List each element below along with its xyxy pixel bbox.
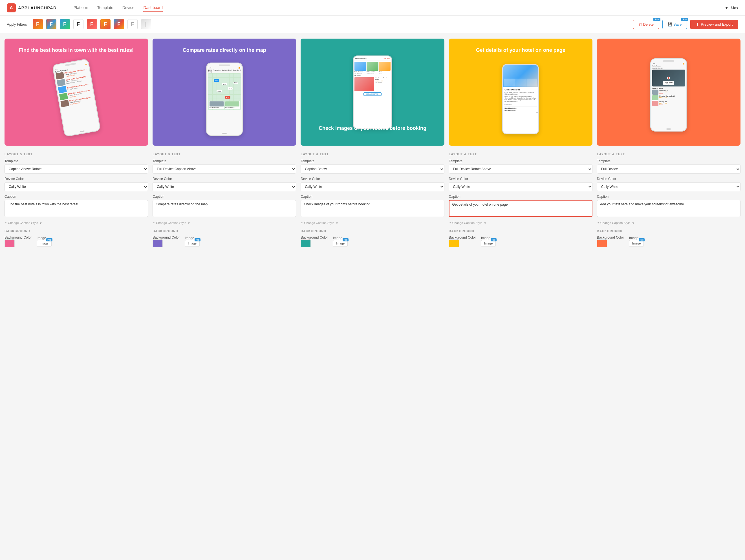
bg-image-btn-1[interactable]: Image Pro [37,240,52,247]
layout-text-label-1: LAYOUT & TEXT [4,152,148,156]
caption-group-4: Caption Get details of your hotel on one… [449,195,592,218]
filter-icon-9[interactable]: | [141,19,151,29]
device-color-select-4[interactable]: Cally White [449,182,592,191]
bg-color-box-4[interactable] [449,239,459,247]
device-color-select-3[interactable]: Cally White [301,182,444,191]
bg-image-pro-4: Pro [491,238,496,241]
bg-color-area-5: Background Color [597,236,624,247]
logo-icon: A [7,3,16,12]
detail-content-4: Clerkenwell One Cyrus Street, Islington,… [503,87,538,113]
bg-image-btn-5[interactable]: Image Pro [629,240,644,247]
change-caption-style-4[interactable]: ✦ Change Caption Style ▼ [449,221,592,225]
template-label-5: Template [597,159,741,163]
caption-label-2: Caption [153,195,296,199]
map-pin-5: $1500 [217,90,222,93]
delete-button[interactable]: 🗑 Delete Pro [633,20,659,29]
device-color-group-4: Device Color Cally White [449,177,592,191]
device-color-label-4: Device Color [449,177,592,181]
bg-row-1: Background Color Image Image Pro [4,236,148,247]
preview-caption-3: Check images of your rooms before bookin… [301,125,444,132]
device-color-select-5[interactable]: Cally White [597,182,741,191]
save-button[interactable]: 💾 Save Pro [662,20,687,29]
device-color-label-3: Device Color [301,177,444,181]
template-label-1: Template [4,159,148,163]
bg-color-box-2[interactable] [153,239,163,247]
delete-pro-badge: Pro [653,18,660,21]
filter-icon-8[interactable]: F [127,19,138,29]
filter-icon-4[interactable]: F [73,19,84,29]
device-color-select-1[interactable]: Cally White Cally Black [4,182,148,191]
bg-image-btn-4[interactable]: Image Pro [481,240,496,247]
change-caption-style-3[interactable]: ✦ Change Caption Style ▼ [301,221,444,225]
bg-image-btn-2[interactable]: Image Pro [185,240,200,247]
bg-image-btn-3[interactable]: Image Pro [333,240,348,247]
template-select-4[interactable]: Caption Above Rotate Full Device Caption… [449,165,592,174]
device-color-select-2[interactable]: Cally White [153,182,296,191]
change-caption-style-5[interactable]: ✦ Change Caption Style ▼ [597,221,741,225]
screenshot-col-5: 9:41📶 Paris, France Dec 13 - Dec 16 Eiff… [597,39,741,247]
phone-map-header: 1,236 Properties · 1 night (Thu 7 Dec - … [208,69,241,73]
detail-mockup-4: Clerkenwell One Cyrus Street, Islington,… [502,64,539,134]
phone-home-button-2 [222,133,227,134]
filter-icon-1[interactable]: F [33,19,43,29]
bg-row-3: Background Color Image Image Pro [301,236,444,247]
background-label-1: BACKGROUND [4,229,148,233]
nav-dashboard[interactable]: Dashboard [143,4,163,11]
layout-text-label-4: LAYOUT & TEXT [449,152,592,156]
filter-icon-5[interactable]: F [87,19,97,29]
map-card-1: $760 Apart. On Ma... [209,101,224,109]
filter-icon-3[interactable]: F [60,19,70,29]
bg-image-pro-5: Pro [639,238,645,241]
logo-area: A APPLAUNCHPAD [7,3,57,12]
template-label-4: Template [449,159,592,163]
caption-group-2: Caption Compare rates directly on the ma… [153,195,296,218]
background-label-4: BACKGROUND [449,229,592,233]
filter-icon-6[interactable]: F [100,19,110,29]
caption-textarea-3[interactable]: Check images of your rooms before bookin… [301,200,444,217]
layout-text-label-5: LAYOUT & TEXT [597,152,741,156]
filter-icon-2[interactable]: F [46,19,56,29]
bg-row-2: Background Color Image Image Pro [153,236,296,247]
background-label-5: BACKGROUND [597,229,741,233]
preview-caption-1: Find the best hotels in town with the be… [4,47,148,54]
template-group-1: Template Caption Above Rotate Full Devic… [4,159,148,174]
template-select-3[interactable]: Caption Above Rotate Full Device Caption… [301,165,444,174]
preview-card-2: Compare rates directly on the map 9:41📶 … [153,39,296,146]
caption-textarea-5[interactable]: Add your text here and make your screens… [597,200,741,217]
phone-screen-1: 9:41📶 1,236 Properties $760 Milestone Ho… [53,60,100,136]
app-header: A APPLAUNCHPAD Platform Template Device … [0,0,745,16]
change-caption-style-2[interactable]: ✦ Change Caption Style ▼ [153,221,296,225]
background-label-2: BACKGROUND [153,229,296,233]
caption-textarea-1[interactable]: Find the best hotels in town with the be… [4,200,148,217]
caption-textarea-2[interactable]: Compare rates directly on the map [153,200,296,217]
template-select-5[interactable]: Caption Above Rotate Full Device Caption… [597,165,741,174]
screenshot-col-2: Compare rates directly on the map 9:41📶 … [153,39,296,247]
template-select-1[interactable]: Caption Above Rotate Full Device Caption… [4,165,148,174]
filters-bar: Apply Filters F F F F F F F F | 🗑 Delete… [0,16,745,33]
change-caption-style-1[interactable]: ✦ Change Caption Style ▼ [4,221,148,225]
caption-group-1: Caption Find the best hotels in town wit… [4,195,148,218]
preview-card-5: 9:41📶 Paris, France Dec 13 - Dec 16 Eiff… [597,39,741,146]
bg-image-area-3: Image Image Pro [333,236,348,247]
nav-template[interactable]: Template [97,4,114,11]
device-color-group-5: Device Color Cally White [597,177,741,191]
background-label-3: BACKGROUND [301,229,444,233]
bg-image-pro-1: Pro [46,238,52,241]
bg-color-box-5[interactable] [597,239,607,247]
nav-platform[interactable]: Platform [74,4,88,11]
caption-textarea-4[interactable]: Get details of your hotel on one page [449,200,592,217]
nav-device[interactable]: Device [122,4,134,11]
action-buttons: 🗑 Delete Pro 💾 Save Pro ⬆ Preview and Ex… [633,20,738,29]
bg-color-label-1: Background Color [4,236,32,247]
filter-icon-7[interactable]: F [114,19,124,29]
phone-home-button-5 [666,129,671,130]
device-color-label-5: Device Color [597,177,741,181]
bg-color-area-2: Background Color [153,236,180,247]
bg-color-box-1[interactable] [4,239,15,247]
template-select-2[interactable]: Caption Above Rotate Full Device Caption… [153,165,296,174]
export-button[interactable]: ⬆ Preview and Export [690,20,738,29]
bg-color-box-3[interactable] [301,239,311,247]
template-group-4: Template Caption Above Rotate Full Devic… [449,159,592,174]
preview-card-1: Find the best hotels in town with the be… [4,39,148,146]
caption-label-1: Caption [4,195,148,199]
